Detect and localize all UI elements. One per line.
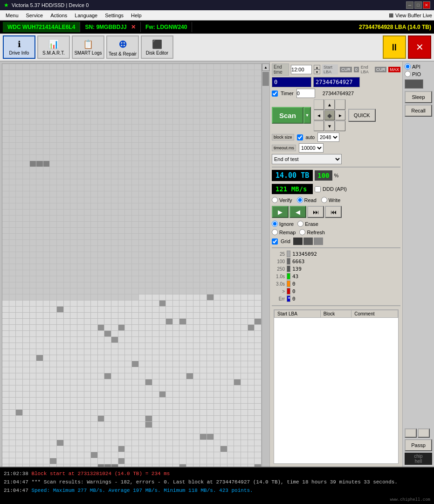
small-btn-2[interactable] — [418, 428, 430, 438]
pio-option[interactable]: PIO — [405, 71, 432, 77]
smart-logs-button[interactable]: 📋 SMART Logs — [72, 35, 104, 59]
erase-option[interactable]: Erase — [297, 221, 318, 227]
stats-section: 25 13345092 100 6663 250 139 1.0s — [272, 251, 400, 303]
dir-bottomright[interactable] — [335, 121, 345, 131]
timer-checkbox[interactable] — [272, 91, 278, 97]
ddd-api-checkbox[interactable] — [315, 186, 321, 192]
scan-cell — [145, 440, 152, 446]
read-option[interactable]: Read — [297, 197, 317, 203]
play-button[interactable]: ▶ — [272, 206, 289, 218]
recall-button[interactable]: Recall — [405, 105, 432, 117]
dir-center[interactable]: ◆ — [324, 110, 335, 120]
smart-button[interactable]: 📊 S.M.A.R.T. — [37, 35, 70, 59]
scan-cell — [186, 343, 193, 349]
ignore-option[interactable]: Ignore — [272, 221, 294, 227]
scan-cell — [2, 343, 9, 349]
refresh-option[interactable]: Refresh — [299, 229, 325, 235]
disk-editor-button[interactable]: ⬛ Disk Editor — [141, 35, 173, 59]
scan-cell — [118, 452, 125, 458]
menu-help[interactable]: Help — [127, 12, 145, 19]
drive-name[interactable]: WDC WUH721414ALE6L4 — [3, 22, 80, 32]
dir-bottomleft[interactable] — [314, 121, 324, 131]
scan-cell — [220, 64, 227, 70]
maximize-button[interactable]: □ — [414, 1, 422, 9]
scan-button[interactable]: Scan — [272, 107, 303, 124]
grid-checkbox[interactable] — [272, 238, 278, 245]
scan-cell — [84, 276, 91, 282]
scan-dropdown-button[interactable]: ▼ — [303, 107, 311, 124]
block-size-select[interactable]: 2048 1024 512 — [317, 133, 339, 142]
write-option[interactable]: Write — [321, 197, 340, 203]
verify-option[interactable]: Verify — [272, 197, 292, 203]
scan-cell — [152, 379, 159, 385]
ignore-radio[interactable] — [272, 221, 278, 227]
dir-topleft[interactable] — [314, 99, 324, 110]
pio-radio[interactable] — [405, 71, 411, 77]
verify-radio[interactable] — [272, 197, 278, 203]
dir-right[interactable]: ► — [335, 110, 345, 120]
time-up-button[interactable]: ▲ — [314, 65, 320, 70]
menu-actions[interactable]: Actions — [47, 12, 71, 19]
menu-service[interactable]: Service — [22, 12, 47, 19]
dir-up[interactable]: ▲ — [324, 99, 335, 110]
menu-language[interactable]: Language — [71, 12, 101, 19]
scan-cell — [241, 246, 248, 252]
menu-menu[interactable]: Menu — [2, 12, 22, 19]
api-option[interactable]: API — [405, 63, 432, 70]
scan-cell — [152, 337, 159, 343]
start-lba-input[interactable] — [272, 77, 311, 87]
scan-cell — [84, 337, 91, 343]
sleep-button[interactable]: Sleep — [405, 91, 432, 103]
end-time-label: End time — [272, 63, 289, 76]
scan-cell — [152, 222, 159, 228]
drive-info-button[interactable]: ℹ Drive Info — [3, 35, 35, 59]
skip-back-button[interactable]: ⏮ — [325, 206, 342, 218]
view-buffer-button[interactable]: ▦ View Buffer Live — [389, 12, 432, 18]
remap-radio[interactable] — [272, 229, 278, 235]
scan-cell — [30, 137, 37, 143]
end-lba-input[interactable] — [313, 77, 360, 87]
time-down-button[interactable]: ▼ — [314, 70, 320, 74]
scroll-up-button[interactable]: ▲ — [262, 63, 269, 71]
menu-settings[interactable]: Settings — [101, 12, 127, 19]
refresh-radio[interactable] — [299, 229, 305, 235]
scan-cell — [200, 410, 207, 416]
scan-cell — [248, 385, 255, 392]
read-radio[interactable] — [297, 197, 303, 203]
end-time-input[interactable] — [291, 65, 312, 74]
timer-input[interactable] — [296, 89, 315, 98]
serial-close[interactable]: ✕ — [131, 24, 136, 30]
skip-forward-button[interactable]: ⏭ — [307, 206, 324, 218]
dir-left[interactable]: ◄ — [314, 110, 324, 120]
scan-cell — [70, 398, 77, 404]
end-of-test-select[interactable]: End of test Reboot Shutdown — [272, 154, 342, 164]
close-button[interactable]: ✕ — [423, 1, 430, 9]
passp-button[interactable]: Passp — [405, 439, 432, 451]
scan-cell — [125, 410, 132, 416]
auto-checkbox[interactable] — [297, 134, 303, 140]
test-repair-button[interactable]: ⊕ Test & Repair — [106, 35, 139, 59]
small-btn-1[interactable] — [405, 428, 417, 438]
dir-topright[interactable] — [335, 99, 345, 110]
quick-button[interactable]: QUICK — [348, 109, 376, 122]
scan-cell — [91, 410, 98, 416]
remap-option[interactable]: Remap — [272, 229, 296, 235]
scan-cell — [91, 373, 98, 379]
break-button[interactable]: ✕ — [408, 35, 431, 59]
scan-cell — [43, 125, 50, 131]
scan-cell — [173, 149, 180, 155]
api-radio[interactable] — [405, 63, 411, 70]
rewind-button[interactable]: ◀ — [289, 206, 306, 218]
scan-cell — [166, 100, 173, 106]
scan-cell — [152, 240, 159, 246]
minimize-button[interactable]: ─ — [406, 1, 413, 9]
toolbar: ℹ Drive Info 📊 S.M.A.R.T. 📋 SMART Logs ⊕… — [0, 34, 434, 62]
dir-down[interactable]: ▼ — [324, 121, 335, 131]
scan-cell — [152, 179, 159, 185]
scroll-thumb[interactable] — [262, 72, 269, 86]
write-radio[interactable] — [321, 197, 327, 203]
scan-cell — [179, 216, 186, 222]
timeout-select[interactable]: 10000 5000 30000 — [299, 143, 324, 153]
pause-button[interactable]: ⏸ — [383, 35, 406, 59]
erase-radio[interactable] — [297, 221, 303, 227]
